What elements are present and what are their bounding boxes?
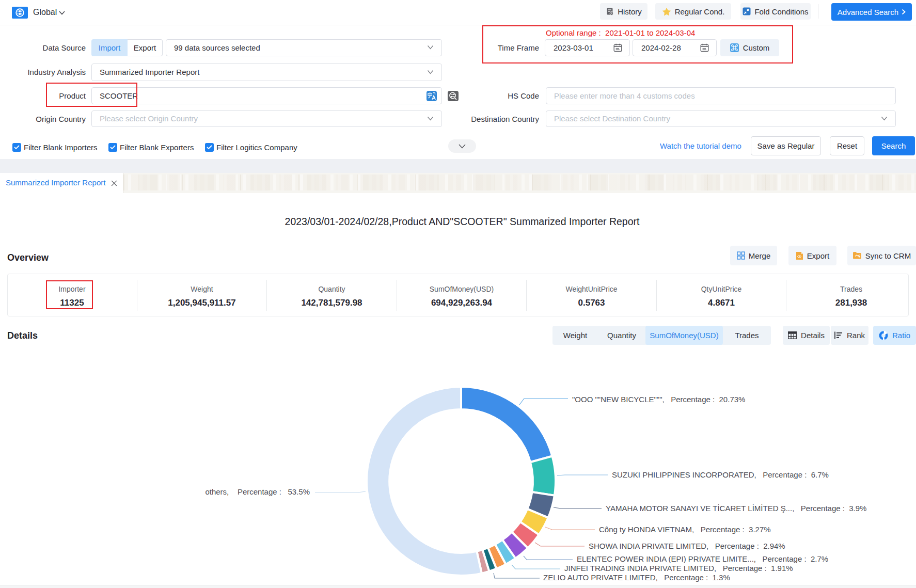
svg-text:SHOWA INDIA PRIVATE LIMITED,: SHOWA INDIA PRIVATE LIMITED, Percentage … <box>589 542 785 550</box>
svg-text:others, Percentage : 53.5: others, Percentage : 53.5% <box>205 487 310 496</box>
svg-text:YAMAHA MOTOR SANAYI VE TİCARET: YAMAHA MOTOR SANAYI VE TİCARET LİMİTED Ş… <box>606 504 866 513</box>
svg-text:ELENTEC POWER INDIA (EPI) PRIV: ELENTEC POWER INDIA (EPI) PRIVATE LIMITE… <box>577 554 828 563</box>
svg-text:Công ty HONDA VIETNAM, Perce: Công ty HONDA VIETNAM, Percentage : 3.27… <box>599 525 771 534</box>
svg-text:ZELIO AUTO PRIVATE LIMITED,: ZELIO AUTO PRIVATE LIMITED, Percentage :… <box>543 573 730 582</box>
svg-text:"OOO ""NEW BICYCLE""", Perce: "OOO ""NEW BICYCLE""", Percentage : 20.7… <box>572 395 745 404</box>
svg-text:JINFEI TRADING INDIA PRIVATE L: JINFEI TRADING INDIA PRIVATE LIMITED, Pe… <box>564 564 793 573</box>
svg-text:SUZUKI PHILIPPINES INCORPORATE: SUZUKI PHILIPPINES INCORPORATED, Percent… <box>612 470 829 479</box>
